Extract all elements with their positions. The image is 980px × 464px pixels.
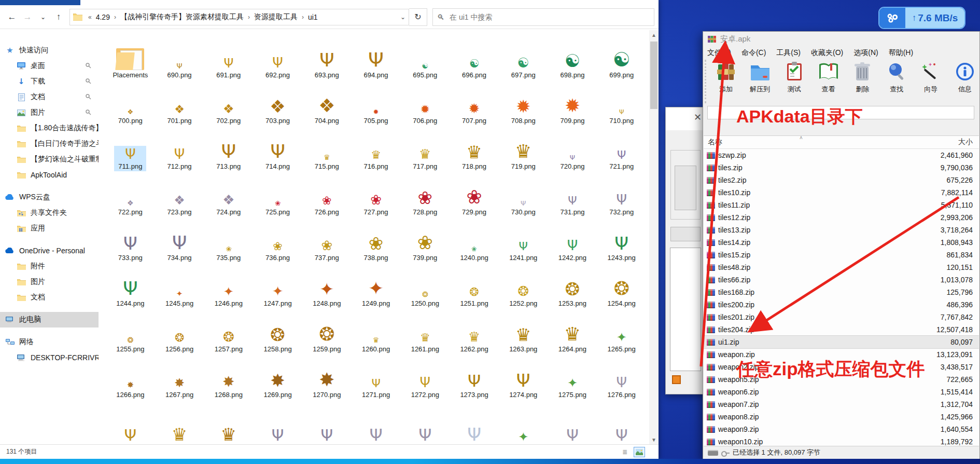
file-733.png[interactable]: Ψ733.png xyxy=(106,219,155,265)
file-Placements[interactable]: Placements xyxy=(106,30,155,82)
archive-row-tiles201.zip[interactable]: tiles201.zip7,767,842 xyxy=(704,311,979,323)
file-1266.png[interactable]: ✸1266.png xyxy=(106,356,155,402)
file-1255.png[interactable]: ❂1255.png xyxy=(106,310,155,356)
sidebar-section-快速访问[interactable]: ★快速访问 xyxy=(0,43,99,58)
file-704.png[interactable]: ❖704.png xyxy=(302,82,352,128)
menu-工具(S)[interactable]: 工具(S) xyxy=(776,48,801,58)
recent-locations-button[interactable]: ⌄ xyxy=(35,9,51,25)
sidebar-item-文档[interactable]: 文档 xyxy=(0,89,99,105)
breadcrumb[interactable]: 4.29›【战神引擎传奇手】资源素材提取工具›资源提取工具›ui1 xyxy=(93,12,321,22)
file-1275.png[interactable]: ✦1275.png xyxy=(548,356,597,402)
sidebar-item-ApkToolAid[interactable]: ApkToolAid xyxy=(0,167,99,183)
file-thumbnail-cropped[interactable]: Ψ xyxy=(106,402,155,444)
file-1253.png[interactable]: ❂1253.png xyxy=(548,265,597,310)
close-icon[interactable]: ✕ xyxy=(694,112,702,123)
file-thumbnail-cropped[interactable]: ✦ xyxy=(499,402,548,444)
toolbar-extract-button[interactable]: 解压到 xyxy=(746,60,775,94)
toolbar-find-button[interactable]: 查找 xyxy=(882,60,911,94)
dialog-listbox[interactable] xyxy=(670,248,701,371)
file-700.png[interactable]: ❖700.png xyxy=(106,82,155,128)
file-723.png[interactable]: ❖723.png xyxy=(155,173,204,219)
taskbar-sliver[interactable] xyxy=(0,459,980,464)
scrollbar-thumb[interactable] xyxy=(650,42,657,109)
archive-row-weapon8.zip[interactable]: weapon8.zip1,425,966 xyxy=(704,411,979,423)
file-1242.png[interactable]: Ψ1242.png xyxy=(548,219,597,265)
file-thumbnail-cropped[interactable]: ♛ xyxy=(204,402,253,444)
file-1271.png[interactable]: Ψ1271.png xyxy=(352,356,401,402)
file-1245.png[interactable]: ✦1245.png xyxy=(155,265,204,310)
file-734.png[interactable]: Ψ734.png xyxy=(155,219,204,265)
file-1274.png[interactable]: Ψ1274.png xyxy=(499,356,548,402)
sidebar-item-文档[interactable]: 文档 xyxy=(0,290,99,305)
file-696.png[interactable]: ☯696.png xyxy=(450,30,499,82)
file-726.png[interactable]: ❀726.png xyxy=(302,173,352,219)
file-1273.png[interactable]: Ψ1273.png xyxy=(450,356,499,402)
sidebar-item-图片[interactable]: 图片 xyxy=(0,105,99,120)
file-731.png[interactable]: Ψ731.png xyxy=(548,173,597,219)
file-1248.png[interactable]: ✦1248.png xyxy=(302,265,352,310)
file-1276.png[interactable]: Ψ1276.png xyxy=(597,356,646,402)
file-1250.png[interactable]: ❂1250.png xyxy=(400,265,450,310)
breadcrumb-segment[interactable]: ui1 xyxy=(305,13,321,21)
file-1270.png[interactable]: ✸1270.png xyxy=(302,356,352,402)
sidebar-item-下载[interactable]: ↓下载 xyxy=(0,74,99,89)
dialog-button-small[interactable] xyxy=(670,227,701,241)
file-708.png[interactable]: ✹708.png xyxy=(499,82,548,128)
file-1259.png[interactable]: ❂1259.png xyxy=(302,310,352,356)
file-1264.png[interactable]: ♛1264.png xyxy=(548,310,597,356)
file-729.png[interactable]: ❀729.png xyxy=(450,173,499,219)
menu-收藏夹(O)[interactable]: 收藏夹(O) xyxy=(811,48,843,58)
archive-row-tiles.zip[interactable]: tiles.zip9,790,036 xyxy=(704,161,979,174)
file-739.png[interactable]: ❀739.png xyxy=(400,219,450,265)
sidebar-section-OneDrive - Personal[interactable]: OneDrive - Personal xyxy=(0,243,99,258)
file-thumbnail-cropped[interactable]: Ψ xyxy=(352,402,401,444)
file-715.png[interactable]: ♛715.png xyxy=(302,128,352,173)
file-1246.png[interactable]: ✦1246.png xyxy=(204,265,253,310)
file-1262.png[interactable]: ♛1262.png xyxy=(450,310,499,356)
archive-row-tiles48.zip[interactable]: tiles48.zip120,151 xyxy=(704,261,979,274)
file-1251.png[interactable]: ❂1251.png xyxy=(450,265,499,310)
up-button[interactable]: ↑ xyxy=(51,9,66,25)
sidebar-item-应用[interactable]: 应用 xyxy=(0,221,99,236)
archive-row-weapon9.zip[interactable]: weapon9.zip1,640,554 xyxy=(704,423,979,435)
file-724.png[interactable]: ❖724.png xyxy=(204,173,253,219)
winrar-titlebar[interactable]: 安卓.apk xyxy=(703,32,979,46)
breadcrumb-segment[interactable]: 4.29 xyxy=(93,13,113,21)
file-722.png[interactable]: ❖722.png xyxy=(106,173,155,219)
sidebar-item-图片[interactable]: 图片 xyxy=(0,274,99,290)
search-input[interactable] xyxy=(449,12,650,22)
file-730.png[interactable]: Ψ730.png xyxy=(499,173,548,219)
scroll-up-icon[interactable]: ▲ xyxy=(649,30,659,39)
file-714.png[interactable]: Ψ714.png xyxy=(253,128,302,173)
file-720.png[interactable]: Ψ720.png xyxy=(548,128,597,173)
file-thumbnail-cropped[interactable]: Ψ xyxy=(302,402,352,444)
archive-row-tiles66.zip[interactable]: tiles66.zip1,013,078 xyxy=(704,274,979,286)
file-thumbnail-cropped[interactable]: ♛ xyxy=(155,402,204,444)
netdisk-upload-widget[interactable]: ↑ 7.6 MB/s xyxy=(878,7,965,29)
file-691.png[interactable]: Ψ691.png xyxy=(204,30,253,82)
file-692.png[interactable]: Ψ692.png xyxy=(253,30,302,82)
file-1244.png[interactable]: Ψ1244.png xyxy=(106,265,155,310)
toolbar-delete-button[interactable]: 删除 xyxy=(848,60,877,94)
menu-选项(N)[interactable]: 选项(N) xyxy=(853,48,878,58)
archive-row-tiles12.zip[interactable]: tiles12.zip2,993,206 xyxy=(704,211,979,224)
file-1269.png[interactable]: ✸1269.png xyxy=(253,356,302,402)
file-732.png[interactable]: Ψ732.png xyxy=(597,173,646,219)
column-header-name[interactable]: 名称 xyxy=(704,138,722,147)
file-702.png[interactable]: ❖702.png xyxy=(204,82,253,128)
file-717.png[interactable]: ♛717.png xyxy=(400,128,450,173)
sidebar-section-此电脑[interactable]: 此电脑 xyxy=(0,312,99,327)
file-719.png[interactable]: ♛719.png xyxy=(499,128,548,173)
explorer-scrollbar[interactable]: ▲ ▼ xyxy=(649,30,659,444)
file-706.png[interactable]: ✹706.png xyxy=(400,82,450,128)
archive-row-tiles14.zip[interactable]: tiles14.zip1,808,943 xyxy=(704,236,979,249)
file-1256.png[interactable]: ❂1256.png xyxy=(155,310,204,356)
file-1241.png[interactable]: Ψ1241.png xyxy=(499,219,548,265)
menu-帮助(H)[interactable]: 帮助(H) xyxy=(889,48,913,58)
file-1272.png[interactable]: Ψ1272.png xyxy=(400,356,450,402)
menu-命令(C)[interactable]: 命令(C) xyxy=(741,48,766,58)
archive-row-tiles2.zip[interactable]: tiles2.zip675,226 xyxy=(704,174,979,186)
file-thumbnail-cropped[interactable]: Ψ xyxy=(597,402,646,444)
file-1254.png[interactable]: ❂1254.png xyxy=(597,265,646,310)
file-1243.png[interactable]: Ψ1243.png xyxy=(597,219,646,265)
